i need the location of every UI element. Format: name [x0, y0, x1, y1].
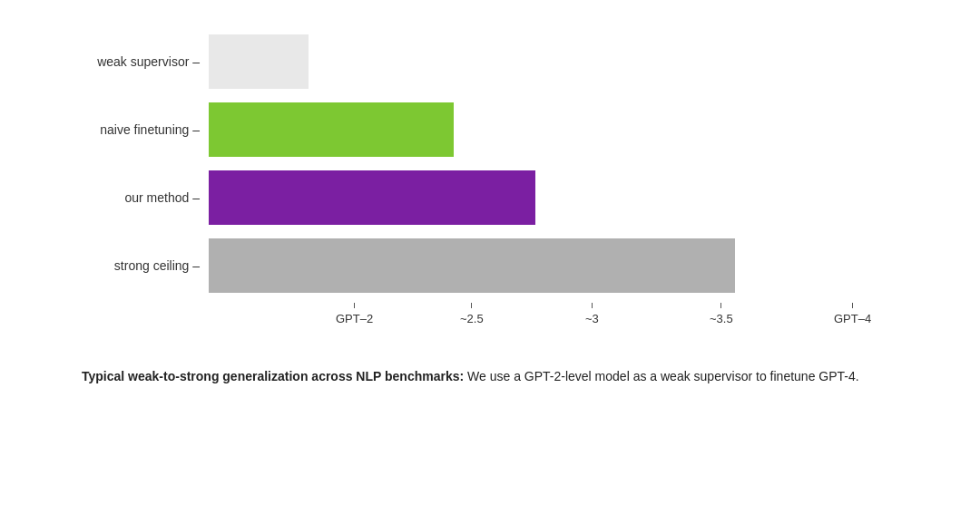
x-tick-line — [471, 303, 472, 308]
x-tick-label: ~2.5 — [460, 312, 484, 325]
x-tick-GPT-4: GPT–4 — [834, 303, 871, 325]
x-tick--3-5: ~3.5 — [710, 303, 733, 325]
x-tick--3: ~3 — [585, 303, 599, 325]
caption-area: Typical weak-to-strong generalization ac… — [82, 366, 898, 386]
bar-label-naive-finetuning: naive finetuning – — [100, 122, 200, 137]
x-tick-line — [354, 303, 355, 308]
x-tick-line — [720, 303, 721, 308]
bar-row-weak-supervisor: weak supervisor – — [209, 27, 898, 95]
x-tick-label: ~3 — [585, 312, 599, 325]
x-tick-label: GPT–4 — [834, 312, 871, 325]
x-axis: GPT–2~2.5~3~3.5GPT–4 — [209, 303, 898, 330]
bar-row-strong-ceiling: strong ceiling – — [209, 231, 898, 299]
x-ticks: GPT–2~2.5~3~3.5GPT–4 — [336, 303, 898, 330]
x-tick-line — [592, 303, 593, 308]
bar-our-method — [209, 170, 535, 225]
bar-label-strong-ceiling: strong ceiling – — [114, 258, 200, 273]
bar-label-weak-supervisor: weak supervisor – — [97, 54, 200, 69]
bar-strong-ceiling — [209, 238, 735, 293]
x-tick-line — [852, 303, 853, 308]
x-tick-label: ~3.5 — [710, 312, 733, 325]
caption-bold: Typical weak-to-strong generalization ac… — [82, 369, 464, 383]
chart-container: weak supervisor –naive finetuning –our m… — [82, 27, 898, 386]
bar-naive-finetuning — [209, 102, 454, 157]
bar-label-our-method: our method – — [125, 190, 201, 205]
bar-row-our-method: our method – — [209, 163, 898, 231]
bar-weak-supervisor — [209, 34, 309, 89]
x-tick--2-5: ~2.5 — [460, 303, 484, 325]
bar-row-naive-finetuning: naive finetuning – — [209, 95, 898, 163]
caption-normal: We use a GPT-2-level model as a weak sup… — [464, 369, 859, 383]
chart-area: weak supervisor –naive finetuning –our m… — [82, 27, 898, 330]
x-tick-label: GPT–2 — [336, 312, 373, 325]
x-tick-GPT-2: GPT–2 — [336, 303, 373, 325]
